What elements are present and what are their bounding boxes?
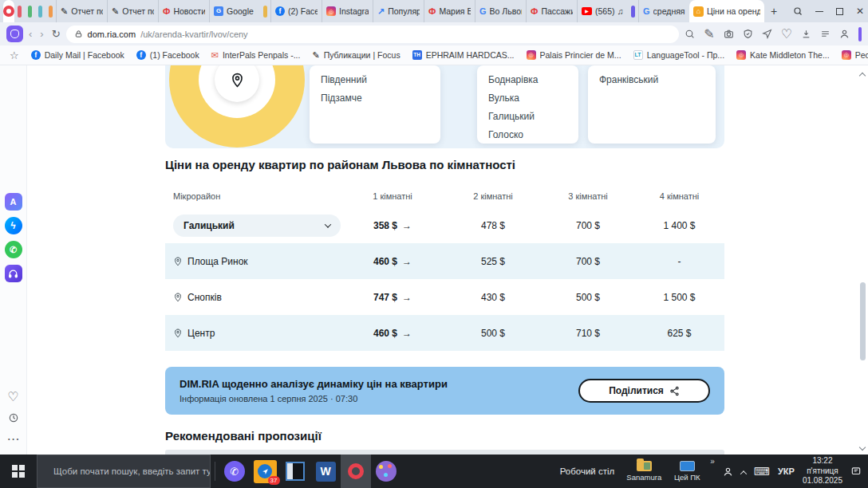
reading-list-icon[interactable] [820,29,831,39]
district-cell[interactable]: Снопків [165,292,341,303]
pinned-tab-green[interactable] [28,6,32,18]
action-center-icon[interactable] [850,466,862,477]
touch-keyboard-icon[interactable]: ⌨ [754,465,770,478]
scroll-up-arrow[interactable] [860,67,865,81]
favorites-heart-icon[interactable]: ♡ [7,389,18,404]
bookmark-item[interactable]: ✎Публикации | Focus [312,50,400,61]
bookmark-item[interactable]: ◎PeopleStyle (@peop... [842,50,868,60]
district-link[interactable]: Галицький [488,111,567,122]
bookmark-heart-icon[interactable]: ♡ [781,26,792,41]
tab-google-translate[interactable]: GGoogle Пе [209,0,260,22]
scrollbar-thumb[interactable] [860,282,866,360]
district-link[interactable]: Південний [321,74,429,85]
bookmark-item[interactable]: THEPHRAIM HARDCAS... [412,50,515,60]
taskbar-app-paint3d[interactable] [371,455,401,488]
bookmark-item[interactable]: fDaily Mail | Facebook [31,50,124,60]
messenger-icon[interactable]: ϟ [5,217,22,234]
taskbar-clock[interactable]: 13:22 п'ятниця 01.08.2025 [803,456,842,486]
bookmark-item[interactable]: f(1) Facebook [136,50,199,60]
district-link[interactable]: Голоско [488,129,567,140]
back-button[interactable]: ‹ [29,28,32,40]
taskbar-app-photos[interactable] [280,455,310,488]
tab-search-icon[interactable] [793,6,803,16]
more-districts-button[interactable]: Ще 31 район [488,148,567,148]
snapshot-camera-icon[interactable] [724,29,734,39]
tab-popular[interactable]: ↗Популярн [373,0,424,22]
bookmark-item[interactable]: ◎Kate Middleton The... [736,50,830,60]
reload-button[interactable]: ↻ [52,28,61,40]
district-link[interactable]: Підзамче [321,92,429,104]
screen: ✎Отчет по ✎Отчет по ФНовости з GGoogle П… [0,0,868,488]
start-page-button[interactable] [6,26,23,42]
player-headphones-icon[interactable] [5,265,22,282]
tab-facebook[interactable]: f(2) Facebo [270,0,322,22]
location-pin-icon [173,329,183,338]
bookmark-item[interactable]: ✉InterPals Penpals -... [211,50,301,61]
price-link[interactable]: 747 $→ [341,292,444,303]
minimize-button[interactable] [815,11,823,12]
taskbar-search-input[interactable]: Щоби почати пошук, введіть запит тут [37,455,211,488]
price-link[interactable]: 460 $→ [341,328,444,339]
location-pin-icon [173,257,183,266]
tab-active-dimria[interactable]: ⌂Ціни на оренду к [689,0,764,22]
shield-icon[interactable] [743,29,753,39]
toolbar-overflow-chevron[interactable]: » [710,457,715,466]
district-link[interactable]: Франківський [599,74,704,85]
price-link[interactable]: 460 $→ [341,256,444,267]
aria-ai-icon[interactable]: A [5,193,22,211]
history-clock-icon[interactable] [8,412,19,423]
district-link[interactable]: Вулька [488,92,567,104]
share-button[interactable]: Поділитися [578,379,710,403]
new-tab-button[interactable]: + [764,5,783,18]
start-button[interactable] [0,455,37,488]
tab-avg-price[interactable]: Gсредняя ц [638,0,689,22]
edit-share-icon[interactable]: ✎ [704,26,714,41]
district-cell[interactable]: Площа Ринок [165,256,341,267]
tab-maria[interactable]: ФМария Бе [424,0,475,22]
tab-passenger[interactable]: ФПассажир [526,0,577,22]
opera-menu-button[interactable] [3,0,14,22]
tab-report-2[interactable]: ✎Отчет по [107,0,158,22]
arrow-right-icon: → [402,256,412,267]
forward-button[interactable]: › [40,28,43,40]
url-field[interactable]: dom.ria.com/uk/arenda-kvartir/lvov/ceny [66,26,680,43]
find-in-page-icon[interactable] [685,29,695,39]
tab-instagram[interactable]: ◎Instagram [322,0,373,22]
download-icon[interactable] [801,29,811,39]
desktop-toolbar-label[interactable]: Робочий стіл [552,466,623,476]
bookmarks-star-icon[interactable]: ☆ [10,49,19,61]
desktop-shortcut-this-pc[interactable]: Цей ПК [665,461,708,482]
scroll-down-arrow[interactable] [860,439,865,453]
desktop-shortcut-sanamura[interactable]: Sanamura [622,461,665,482]
viber-icon: ✆ [224,461,245,482]
restore-button[interactable] [836,8,843,15]
taskbar-app-word[interactable]: W [310,455,341,488]
tab-island-purple[interactable] [631,6,635,18]
profile-icon[interactable] [839,29,850,39]
tab-news[interactable]: ФНовости з [158,0,209,22]
tab-island-yellow[interactable] [263,6,267,18]
taskbar-app-mail[interactable]: 37 [250,455,280,488]
close-button[interactable]: ✕ [856,6,864,17]
pinned-tab-red[interactable] [18,6,22,18]
pinned-tab-teal[interactable] [38,6,42,18]
bookmark-item[interactable]: ◎Palais Princier de M... [527,50,621,60]
bookmark-item[interactable]: LTLanguageTool - Пр... [633,50,724,60]
tab-youtube[interactable]: ▶(565) ♫ [577,0,628,22]
taskbar-app-viber[interactable]: ✆ [219,455,250,488]
whatsapp-icon[interactable]: ✆ [5,241,22,258]
district-link[interactable]: Боднарівка [488,74,567,85]
send-to-device-icon[interactable] [762,29,772,39]
tab-island-orange[interactable] [49,6,53,18]
sidebar-more-icon[interactable]: ⋯ [7,431,20,447]
tab-report-1[interactable]: ✎Отчет по [56,0,107,22]
district-dropdown[interactable]: Галицький [173,214,341,237]
price-link[interactable]: 358 $→ [341,220,444,231]
browser-tab-bar: ✎Отчет по ✎Отчет по ФНовости з GGoogle П… [0,0,868,22]
tray-chevron-up-icon[interactable] [741,464,746,478]
language-indicator[interactable]: УКР [778,466,795,476]
people-icon[interactable] [723,466,733,477]
taskbar-app-opera-active[interactable] [341,455,371,488]
district-cell[interactable]: Центр [165,328,341,339]
tab-lviv-search[interactable]: GВо Львове [475,0,526,22]
